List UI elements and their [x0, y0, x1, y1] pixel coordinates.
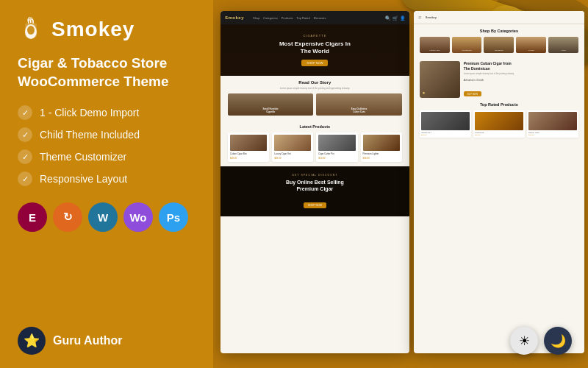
preview-nav-links: Shop Categories Products Top Rated Eleme… [253, 16, 326, 20]
feature-customizer: ✓ Theme Customizer [18, 149, 196, 164]
product-name-4: Premium Lighter [363, 152, 400, 155]
cart-icon: 🛒 [392, 15, 398, 21]
promo-section: GET SPECIAL DISCOUNT Buy Online Best Sel… [220, 166, 409, 216]
top-rated-title: Top Rated Products [420, 102, 578, 107]
logo-row: Smokey [18, 16, 196, 43]
preview-nav: Smokey Shop Categories Products Top Rate… [220, 11, 409, 24]
dark-mode-btn[interactable]: 🌙 [544, 327, 572, 355]
svg-point-3 [27, 26, 35, 35]
feature-label-demo: 1 - Click Demo Import [40, 107, 139, 118]
product-img-1 [230, 135, 267, 151]
hero-title: Most Expensive Cigars In The World [279, 40, 351, 56]
guru-label: Guru Author [53, 334, 123, 347]
left-panel: Smokey Cigar & Tobacco Store WooCommerce… [0, 0, 213, 368]
story-card-2: Easy Guillotine Cutter Cuts [316, 93, 401, 116]
cat-item-2: Counterpart [452, 37, 482, 53]
product-name-1: Cuban Cigar Box [230, 152, 267, 155]
check-icon-demo: ✓ [18, 105, 32, 120]
check-icon-child: ✓ [18, 127, 32, 142]
product-card-1: Cuban Cigar Box $29.00 [228, 132, 269, 162]
right-preview-nav: ☰ Smokey [414, 11, 584, 24]
check-icon-responsive: ✓ [18, 171, 32, 186]
user-icon: 👤 [400, 15, 405, 21]
story-desc: Lorem ipsum simple dummy text of the pri… [228, 87, 402, 90]
feature-label-responsive: Responsive Layout [40, 173, 127, 185]
cat-item-5: Arturo [548, 37, 578, 53]
logo-icon [18, 16, 44, 43]
check-icon-customizer: ✓ [18, 149, 32, 164]
tr-price-2: $45.00 [475, 134, 523, 136]
features-list: ✓ 1 - Click Demo Import ✓ Child Theme In… [18, 105, 196, 186]
logo-title: Smokey [51, 18, 135, 41]
featured-img: ● [420, 61, 460, 98]
hero-section: CIGARETTE Most Expensive Cigars In The W… [220, 24, 409, 76]
featured-btn[interactable]: BUY NOW [464, 91, 481, 96]
nav-link-elements: Elements [314, 16, 326, 20]
categories-title: Shop By Categories [420, 29, 578, 33]
tr-card-3: Romeo Juliet $28.00 [527, 110, 578, 138]
feature-label-customizer: Theme Customizer [40, 151, 126, 163]
product-price-2: $49.00 [274, 157, 311, 160]
cat-label-5: Arturo [561, 49, 566, 52]
product-name-3: Cigar Cutter Pro [318, 152, 355, 155]
tr-price-3: $28.00 [528, 134, 577, 136]
product-card-2: Luxury Cigar Set $49.00 [272, 132, 313, 162]
product-card-4: Premium Lighter $39.00 [361, 132, 402, 162]
right-preview-page: ☰ Smokey Shop By Categories Antique Leaf… [414, 11, 584, 353]
cat-item-3: Dominican [484, 37, 514, 53]
feature-label-child: Child Theme Included [40, 129, 140, 141]
feature-responsive: ✓ Responsive Layout [18, 171, 196, 186]
tech-icons-row: E ↻ W Wo Ps [18, 202, 196, 232]
photoshop-icon[interactable]: Ps [159, 202, 188, 232]
nav-link-products: Products [282, 16, 293, 20]
preview-container: Smokey Shop Categories Products Top Rate… [220, 11, 584, 353]
woocommerce-icon[interactable]: Wo [123, 202, 153, 232]
right-panel: Smokey Shop Categories Products Top Rate… [213, 0, 588, 368]
moon-icon: 🌙 [551, 333, 566, 349]
guru-badge: ⭐ [18, 327, 46, 355]
promo-label: GET SPECIAL DISCOUNT [228, 174, 402, 177]
products-title: Latest Products [228, 124, 402, 129]
promo-btn[interactable]: SHOP NOW [304, 202, 326, 208]
product-img-2 [274, 135, 311, 151]
hero-subtitle: CIGARETTE [303, 34, 326, 38]
tagline: Cigar & Tobacco Store WooCommerce Theme [18, 54, 196, 91]
right-nav-logo: ☰ [418, 15, 421, 20]
product-price-1: $29.00 [230, 157, 267, 160]
cat-label-2: Counterpart [462, 49, 471, 52]
featured-img-placeholder: ● [423, 91, 426, 95]
feature-demo-import: ✓ 1 - Click Demo Import [18, 105, 196, 120]
product-card-3: Cigar Cutter Pro $19.00 [316, 132, 357, 162]
cat-grid: Antique Leaf Counterpart Dominican Cohib… [420, 37, 578, 53]
elementor-icon[interactable]: E [18, 202, 47, 232]
top-rated-section: Top Rated Products Havana No.1 $35.00 Mo… [414, 102, 584, 138]
cat-item-1: Antique Leaf [420, 37, 450, 53]
cat-label-1: Antique Leaf [429, 49, 440, 52]
light-mode-btn[interactable]: ☀ [510, 327, 538, 355]
guru-row: ⭐ Guru Author [18, 327, 196, 355]
customizer-icon[interactable]: ↻ [53, 202, 82, 232]
dark-mode-toggle: ☀ 🌙 [510, 327, 572, 355]
cat-label-3: Dominican [495, 49, 503, 52]
guru-star-icon: ⭐ [24, 333, 40, 349]
product-name-2: Luxury Cigar Set [274, 152, 311, 155]
promo-title: Buy Online Best Selling Premium Cigar [228, 179, 402, 192]
tr-img-2 [475, 112, 523, 130]
cat-label-4: Cohiba [528, 49, 534, 52]
story-title: Read Our Story [228, 80, 402, 85]
top-rated-grid: Havana No.1 $35.00 Montecristo $45.00 Ro… [420, 110, 578, 138]
hero-btn[interactable]: SHOP NOW [301, 60, 328, 66]
featured-text: Premium Cuban Cigar from The Dominican L… [464, 61, 578, 98]
preview-nav-icons: 🔍 🛒 👤 [385, 15, 405, 21]
tr-img-3 [528, 112, 577, 130]
story-card-1: Small Humidor Cigarillo [228, 93, 313, 116]
featured-title: Premium Cuban Cigar from The Dominican [464, 61, 578, 71]
nav-link-toprated: Top Rated [297, 16, 310, 20]
story-section: Read Our Story Lorem ipsum simple dummy … [220, 76, 409, 120]
products-section: Latest Products Cuban Cigar Box $29.00 L… [220, 120, 409, 166]
tr-card-2: Montecristo $45.00 [473, 110, 525, 138]
wordpress-icon[interactable]: W [88, 202, 118, 232]
story-card-2-label: Easy Guillotine Cutter Cuts [351, 107, 368, 113]
product-grid: Cuban Cigar Box $29.00 Luxury Cigar Set … [228, 132, 402, 162]
sun-icon: ☀ [519, 333, 530, 349]
